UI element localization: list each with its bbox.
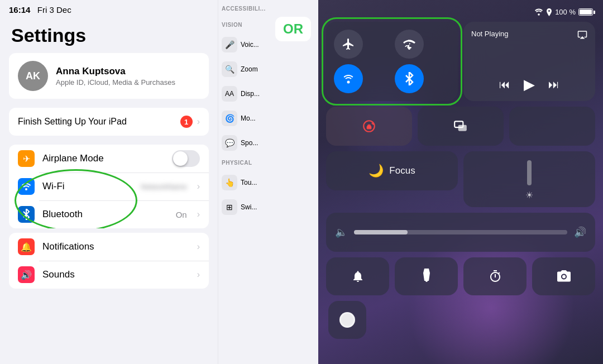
chevron-right-icon: › xyxy=(197,117,200,127)
volume-high-icon: 🔊 xyxy=(574,226,586,238)
cc-content: 100 % xyxy=(318,0,603,344)
user-card[interactable]: AK Anna Kuptsova Apple ID, iCloud, Media… xyxy=(9,53,209,99)
touch-label: Tou... xyxy=(241,179,257,186)
spoken-row[interactable]: 💬 Spo... xyxy=(218,131,268,155)
touch-row[interactable]: 👆 Tou... xyxy=(218,170,268,195)
sounds-label: Sounds xyxy=(42,269,189,280)
finish-setup-banner[interactable]: Finish Setting Up Your iPad 1 › xyxy=(9,108,209,136)
hotspot-btn[interactable] xyxy=(395,30,424,59)
zoom-row[interactable]: 🔍 Zoom xyxy=(218,57,268,82)
hotspot-icon xyxy=(403,37,416,51)
notifications-row[interactable]: 🔔 Notifications › xyxy=(9,233,209,261)
moon-icon: 🌙 xyxy=(368,164,384,178)
motion-row[interactable]: 🌀 Mo... xyxy=(218,106,268,131)
user-name: Anna Kuptsova xyxy=(56,66,175,77)
wifi-value: NetworkName xyxy=(141,183,186,191)
svg-point-1 xyxy=(538,13,540,16)
zoom-icon: 🔍 xyxy=(222,61,237,77)
finish-setup-badge: 1 xyxy=(180,116,193,128)
cc-wifi-icon xyxy=(534,8,543,16)
svg-rect-6 xyxy=(458,125,467,131)
status-time: 16:14 xyxy=(9,5,30,15)
voiceover-row[interactable]: 🎤 Voic... xyxy=(218,32,268,57)
user-subtitle: Apple ID, iCloud, Media & Purchases xyxy=(56,78,175,87)
screen-mirror-icon xyxy=(453,119,468,133)
switch-row[interactable]: ⊞ Swi... xyxy=(218,195,268,219)
svg-point-2 xyxy=(347,81,350,84)
svg-rect-7 xyxy=(425,280,428,282)
volume-track xyxy=(354,230,567,234)
or-divider: OR xyxy=(268,0,318,364)
play-btn[interactable]: ▶ xyxy=(524,76,535,93)
wifi-row[interactable]: Wi-Fi NetworkName › xyxy=(9,173,209,200)
focus-btn[interactable]: 🌙 Focus xyxy=(326,151,458,190)
display-icon: AA xyxy=(222,86,237,102)
sounds-row[interactable]: 🔊 Sounds › xyxy=(9,261,209,289)
wifi-icon xyxy=(18,178,35,195)
airplane-mode-toggle[interactable] xyxy=(172,150,200,167)
finish-setup-label: Finish Setting Up Your iPad xyxy=(18,117,127,127)
battery-icon xyxy=(578,8,593,16)
brightness-icon: ☀ xyxy=(525,190,533,200)
svg-rect-4 xyxy=(367,126,372,129)
notifications-chevron-icon: › xyxy=(197,242,200,252)
alarm-btn[interactable] xyxy=(326,257,389,295)
bluetooth-icon xyxy=(18,206,35,223)
motion-icon: 🌀 xyxy=(222,111,237,126)
now-playing-title: Not Playing xyxy=(471,30,508,38)
wifi-label: Wi-Fi xyxy=(42,181,133,192)
accessibility-label: Accessibili... xyxy=(218,0,268,17)
now-playing-controls: ⏮ ▶ ⏭ xyxy=(471,76,587,93)
timer-btn[interactable] xyxy=(463,257,527,295)
cc-row5 xyxy=(326,301,595,339)
airplane-mode-btn[interactable] xyxy=(334,30,363,59)
settings-group-connectivity: ✈ Airplane Mode Wi-Fi NetworkName › xyxy=(9,145,209,228)
control-center-panel: 100 % xyxy=(318,0,603,364)
screen-record-btn[interactable] xyxy=(328,301,366,339)
wifi-chevron-icon: › xyxy=(197,181,200,191)
wifi-bluetooth-wrapper: Wi-Fi NetworkName › Bluetooth On › xyxy=(9,173,209,228)
bluetooth-label: Bluetooth xyxy=(42,209,168,220)
volume-fill xyxy=(354,230,408,234)
svg-point-8 xyxy=(562,275,566,279)
rewind-btn[interactable]: ⏮ xyxy=(499,78,510,91)
cc-bluetooth-btn[interactable] xyxy=(395,64,424,93)
airplane-mode-label: Airplane Mode xyxy=(42,153,164,164)
display-label: Disp... xyxy=(241,90,260,98)
bluetooth-chevron-icon: › xyxy=(197,209,200,219)
cc-location-icon xyxy=(546,8,552,16)
bluetooth-value: On xyxy=(176,210,187,219)
bluetooth-row[interactable]: Bluetooth On › xyxy=(9,200,209,228)
cc-status-bar: 100 % xyxy=(326,8,595,16)
volume-slider-row[interactable]: 🔈 🔊 xyxy=(326,213,595,252)
spoken-label: Spo... xyxy=(241,139,258,147)
cc-status-icons: 100 % xyxy=(534,8,593,16)
airplane-mode-row[interactable]: ✈ Airplane Mode xyxy=(9,145,209,173)
airplane-mode-icon: ✈ xyxy=(18,150,35,167)
screen-mirror-btn[interactable] xyxy=(418,107,504,146)
cc-wifi-btn[interactable] xyxy=(334,64,363,93)
notifications-icon: 🔔 xyxy=(18,238,35,255)
portrait-lock-btn[interactable] xyxy=(326,107,412,146)
vision-label: VISION xyxy=(218,17,268,32)
battery-fill xyxy=(580,9,592,15)
now-playing-block: Not Playing ⏮ ▶ ⏭ xyxy=(463,22,595,101)
camera-icon xyxy=(557,270,571,282)
flashlight-btn[interactable] xyxy=(395,257,458,295)
airplay-icon[interactable] xyxy=(577,30,587,42)
portrait-lock-icon xyxy=(362,119,376,133)
cc-row4 xyxy=(326,257,595,295)
alarm-icon xyxy=(351,270,365,283)
brightness-slider[interactable]: ☀ xyxy=(463,151,595,207)
spoken-icon: 💬 xyxy=(222,135,237,151)
fast-forward-btn[interactable]: ⏭ xyxy=(548,78,559,91)
user-info: Anna Kuptsova Apple ID, iCloud, Media & … xyxy=(56,66,175,87)
finish-setup-right: 1 › xyxy=(180,116,200,128)
brightness-fill xyxy=(527,160,532,185)
svg-point-0 xyxy=(25,188,27,190)
settings-title: Settings xyxy=(0,20,218,53)
sounds-chevron-icon: › xyxy=(197,270,200,280)
camera-btn[interactable] xyxy=(532,257,595,295)
avatar: AK xyxy=(18,61,48,91)
display-row[interactable]: AA Disp... xyxy=(218,82,268,106)
